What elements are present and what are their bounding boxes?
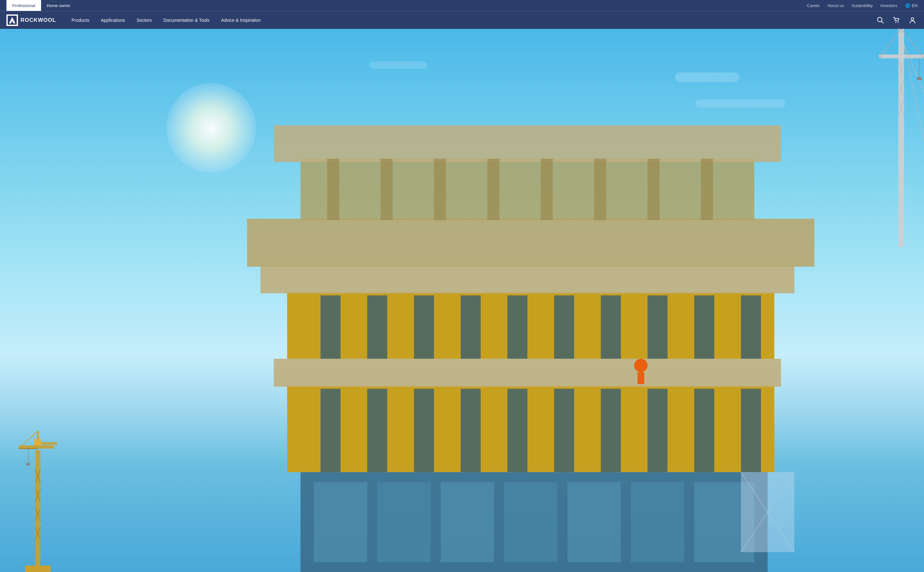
svg-rect-46	[631, 482, 684, 562]
building	[234, 73, 835, 572]
svg-rect-69	[694, 295, 714, 359]
nav-links: Products Applications Sectors Documentat…	[66, 11, 875, 29]
svg-rect-71	[260, 265, 795, 293]
svg-rect-42	[377, 482, 430, 562]
svg-rect-63	[414, 295, 434, 359]
career-link[interactable]: Career	[807, 3, 820, 8]
investors-link[interactable]: Investors	[880, 3, 898, 8]
svg-rect-79	[541, 159, 553, 220]
svg-rect-14	[34, 439, 41, 445]
svg-rect-8	[35, 450, 41, 572]
logo-icon	[6, 14, 18, 26]
svg-rect-82	[701, 159, 713, 220]
svg-rect-25	[26, 463, 30, 466]
svg-rect-84	[637, 372, 644, 384]
svg-rect-49	[321, 389, 340, 472]
svg-rect-54	[554, 389, 574, 472]
top-bar: Professional Home owner Career About us …	[0, 0, 924, 11]
crane-left	[19, 219, 57, 572]
svg-rect-66	[554, 295, 574, 359]
cloud-4	[369, 62, 427, 68]
svg-rect-81	[647, 159, 659, 220]
svg-rect-51	[414, 389, 434, 472]
svg-rect-41	[314, 482, 367, 562]
nav-products[interactable]: Products	[66, 11, 95, 29]
nav-documentation[interactable]: Documentation & Tools	[157, 11, 215, 29]
svg-rect-53	[507, 389, 527, 472]
hero-section	[0, 29, 924, 572]
svg-rect-78	[487, 159, 499, 220]
main-nav: ROCKWOOL Products Applications Sectors D…	[0, 11, 924, 29]
top-bar-left: Professional Home owner	[6, 0, 76, 11]
language-selector[interactable]: 🌐 EN	[905, 3, 918, 8]
crane-right	[860, 29, 924, 436]
svg-line-31	[904, 45, 924, 141]
svg-rect-50	[367, 389, 387, 472]
tab-professional[interactable]: Professional	[6, 0, 41, 11]
sustainability-link[interactable]: Sutainibility	[851, 3, 873, 8]
svg-line-30	[904, 45, 924, 93]
svg-rect-43	[441, 482, 494, 562]
svg-rect-67	[601, 295, 621, 359]
about-us-link[interactable]: About us	[827, 3, 844, 8]
svg-rect-27	[879, 54, 924, 58]
top-bar-right: Career About us Sutainibility Investors …	[807, 3, 918, 8]
svg-rect-52	[461, 389, 481, 472]
nav-sectors[interactable]: Sectors	[131, 11, 157, 29]
svg-point-6	[898, 22, 899, 23]
svg-point-5	[896, 22, 896, 23]
svg-rect-39	[917, 77, 921, 80]
svg-rect-75	[327, 159, 339, 220]
svg-rect-65	[507, 295, 527, 359]
svg-rect-26	[898, 29, 904, 247]
nav-applications[interactable]: Applications	[95, 11, 131, 29]
svg-rect-61	[321, 295, 340, 359]
svg-point-83	[634, 359, 648, 372]
svg-rect-80	[594, 159, 606, 220]
svg-rect-68	[647, 295, 667, 359]
svg-line-28	[879, 29, 901, 58]
account-button[interactable]	[907, 15, 918, 25]
svg-rect-70	[741, 295, 761, 359]
svg-rect-56	[647, 389, 667, 472]
nav-icons	[875, 15, 918, 25]
tab-homeowner[interactable]: Home owner	[41, 0, 76, 11]
svg-line-29	[901, 29, 924, 58]
svg-rect-76	[380, 159, 393, 220]
svg-line-4	[882, 21, 883, 23]
svg-rect-62	[367, 295, 387, 359]
globe-icon: 🌐	[905, 3, 910, 8]
nav-advice[interactable]: Advice & Inspiration	[215, 11, 266, 29]
svg-rect-57	[694, 389, 714, 472]
svg-rect-72	[247, 219, 814, 267]
svg-rect-15	[25, 566, 51, 572]
svg-rect-59	[274, 359, 781, 386]
svg-rect-64	[461, 295, 481, 359]
svg-rect-73	[301, 159, 754, 220]
svg-rect-77	[434, 159, 446, 220]
logo[interactable]: ROCKWOOL	[6, 14, 56, 26]
svg-point-7	[911, 18, 914, 20]
svg-rect-55	[601, 389, 621, 472]
svg-rect-58	[741, 389, 761, 472]
svg-rect-74	[274, 125, 781, 162]
logo-text: ROCKWOOL	[20, 17, 56, 23]
cart-button[interactable]	[891, 15, 902, 25]
svg-rect-44	[504, 482, 557, 562]
svg-rect-45	[567, 482, 621, 562]
search-button[interactable]	[875, 15, 885, 25]
lang-label: EN	[912, 3, 918, 8]
